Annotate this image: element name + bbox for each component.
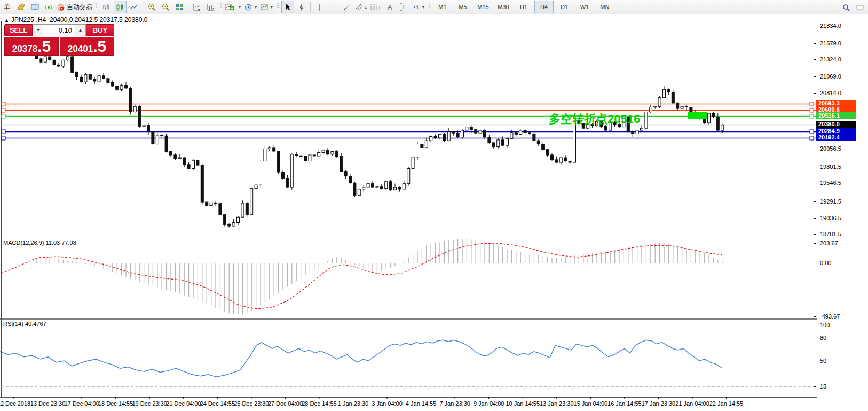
bar-chart-icon[interactable] — [100, 1, 113, 13]
pivot-annotation-text[interactable]: 多空转折点20516 — [549, 112, 640, 126]
tf-m15[interactable]: M15 — [474, 1, 493, 13]
cursor-icon[interactable] — [281, 1, 294, 13]
candlestick — [80, 77, 83, 82]
y-axis-tick: -493.67 — [820, 313, 840, 320]
line-handle[interactable] — [2, 130, 5, 134]
vertical-line-icon[interactable] — [313, 1, 326, 13]
line-handle[interactable] — [810, 102, 814, 106]
buy-price-box[interactable]: 20401.5 — [60, 37, 114, 56]
y-axis-tick: 80 — [820, 335, 826, 341]
chat-icon[interactable] — [854, 1, 866, 14]
sell-price-box[interactable]: 20378.5 — [4, 37, 59, 56]
collapse-arrow-icon[interactable]: ▲ — [4, 18, 9, 23]
line-handle[interactable] — [2, 102, 5, 106]
tile-windows-icon[interactable] — [173, 1, 186, 13]
candlestick — [299, 156, 302, 156]
tf-w1[interactable]: W1 — [575, 1, 594, 13]
line-handle[interactable] — [2, 108, 5, 112]
line-handle[interactable] — [810, 130, 814, 134]
search-icon[interactable] — [840, 1, 853, 14]
autotrade-button[interactable]: 自动交易 — [56, 1, 93, 13]
x-axis-label: 15 Jan 04:00 — [574, 400, 608, 407]
green-highlight-box[interactable] — [688, 112, 707, 119]
indicator-window-icon[interactable] — [191, 1, 203, 13]
x-axis-label: 21 Jan 04:00 — [675, 400, 709, 407]
line-handle[interactable] — [810, 108, 814, 112]
tf-m30[interactable]: M30 — [494, 1, 513, 13]
buy-button[interactable]: BUY — [86, 24, 114, 36]
candlestick — [519, 130, 522, 135]
trendline-icon[interactable] — [341, 1, 353, 13]
candlestick — [111, 83, 114, 86]
chart-window[interactable]: 多空转折点20516 ▲JPN225-,H4 20400.0 20412.5 2… — [0, 14, 868, 411]
candlestick — [658, 98, 661, 107]
horizontal-line-icon[interactable] — [327, 1, 340, 13]
candlestick — [555, 160, 558, 162]
zoom-out-icon[interactable] — [159, 1, 172, 13]
zoom-in-icon[interactable] — [145, 1, 158, 13]
candlestick — [524, 130, 526, 133]
price-chart-canvas[interactable]: 多空转折点20516 — [0, 14, 868, 411]
candlestick — [672, 92, 674, 103]
candlestick — [380, 187, 383, 189]
text-label-icon[interactable]: T — [397, 1, 410, 13]
x-axis-label: 10 Jan 14:55 — [506, 400, 540, 407]
volume-input[interactable] — [43, 25, 75, 36]
candlestick — [143, 125, 145, 127]
chart-title: ▲JPN225-,H4 20400.0 20412.5 20317.5 2038… — [4, 16, 147, 24]
orders-button[interactable]: 单 — [1, 1, 13, 13]
x-axis-label: 3 Jan 04:00 — [372, 400, 403, 407]
candlestick — [93, 79, 96, 81]
line-handle[interactable] — [2, 136, 5, 140]
y-axis-tick: 19036.5 — [820, 215, 841, 221]
crosshair-icon[interactable] — [295, 1, 308, 13]
candlestick — [716, 117, 719, 130]
signal-icon[interactable] — [42, 1, 55, 13]
indicator-list-icon[interactable] — [204, 1, 217, 13]
candlestick — [62, 60, 65, 66]
candle-chart-icon[interactable] — [114, 1, 127, 13]
tf-m1[interactable]: M1 — [433, 1, 452, 13]
sell-price-main: 20378 — [12, 40, 37, 58]
tf-h4[interactable]: H4 — [534, 1, 554, 13]
tf-m5[interactable]: M5 — [453, 1, 472, 13]
line-handle[interactable] — [810, 136, 814, 140]
terminal-icon[interactable] — [28, 1, 41, 13]
toolbar-separator — [188, 2, 188, 12]
new-order-icon[interactable] — [14, 1, 27, 13]
y-axis-tick: 50 — [820, 358, 826, 364]
candlestick — [206, 202, 208, 205]
line-handle[interactable] — [810, 114, 814, 118]
candlestick — [335, 152, 338, 157]
tf-d1[interactable]: D1 — [555, 1, 574, 13]
add-indicator-icon[interactable]: ▼ — [224, 1, 242, 13]
volume-increase-button[interactable]: ▲ — [75, 25, 85, 36]
candlestick — [452, 132, 455, 134]
rsi-indicator-label: RSI(14) 40.4767 — [3, 321, 46, 327]
line-handle[interactable] — [2, 114, 5, 118]
candlestick — [479, 130, 482, 133]
candlestick — [641, 128, 643, 130]
fibonacci-icon[interactable]: F — [369, 1, 382, 13]
candlestick — [372, 184, 374, 187]
line-chart-icon[interactable] — [128, 1, 140, 13]
y-axis-tick: 18781.5 — [820, 231, 841, 237]
candlestick — [385, 182, 388, 189]
y-axis-tick: 20814.0 — [820, 90, 841, 96]
text-icon[interactable]: A — [383, 1, 396, 13]
x-axis-label: 17 Dec 04:00 — [64, 400, 99, 407]
arrows-icon[interactable]: ▼ — [411, 1, 426, 13]
templates-icon[interactable]: ▼ — [259, 1, 274, 13]
x-axis-label: 21 Dec 04:00 — [166, 400, 201, 407]
candlestick — [215, 203, 217, 203]
sell-price-frac: .5 — [37, 37, 51, 55]
x-axis-label: 9 Jan 04:00 — [474, 400, 504, 407]
volume-decrease-button[interactable]: ▼ — [33, 25, 43, 36]
tf-h1[interactable]: H1 — [514, 1, 533, 13]
candlestick — [84, 74, 87, 82]
equidistant-channel-icon[interactable]: E — [354, 1, 368, 13]
tf-mn[interactable]: MN — [595, 1, 614, 13]
candlestick — [241, 203, 244, 217]
periods-icon[interactable]: ▼ — [243, 1, 258, 13]
sell-button[interactable]: SELL — [4, 24, 33, 36]
